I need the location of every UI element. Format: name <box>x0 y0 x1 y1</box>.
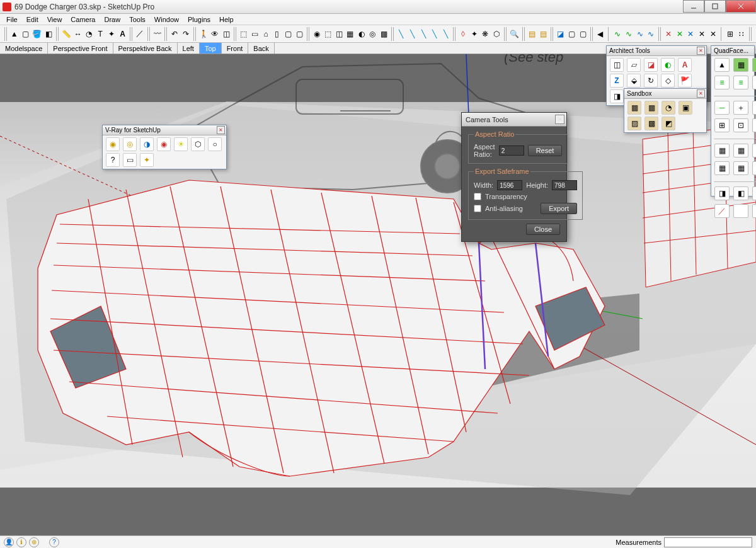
sandbox-drape-icon[interactable]: ▨ <box>627 117 641 130</box>
menu-camera[interactable]: Camera <box>67 14 99 25</box>
section-icon[interactable]: ◫ <box>221 28 231 40</box>
menu-view[interactable]: View <box>43 14 66 25</box>
shaded-icon[interactable]: ◉ <box>312 28 322 40</box>
misc-tool4-icon[interactable]: ⬡ <box>491 28 501 40</box>
sandbox-stamp-icon[interactable]: ▣ <box>679 101 692 115</box>
component1-icon[interactable]: ◪ <box>556 28 566 40</box>
undo-icon[interactable]: ↶ <box>169 28 180 40</box>
measurements-input[interactable] <box>664 537 752 547</box>
vray-materials-icon[interactable]: ◉ <box>157 137 171 151</box>
component2-icon[interactable]: ▢ <box>567 28 577 40</box>
scene-tab-back[interactable]: Back <box>248 43 274 54</box>
architect-tools-title[interactable]: Architect Tools <box>607 46 706 56</box>
vray-rt-icon[interactable]: ◎ <box>123 137 137 151</box>
walk-icon[interactable]: 🚶 <box>198 28 209 40</box>
edge-tool3-icon[interactable]: ╲ <box>418 28 428 40</box>
architect-close-button[interactable]: ✕ <box>697 47 705 55</box>
qf-ring-icon[interactable]: ≡ <box>714 76 730 89</box>
scene-tab-perspective-front[interactable]: Perspective Front <box>48 43 113 54</box>
aspect-ratio-input[interactable] <box>499 146 524 156</box>
iso-icon[interactable]: ⬚ <box>239 28 249 40</box>
window-minimize-button[interactable] <box>683 0 704 13</box>
qf-uv2-icon[interactable]: ▦ <box>733 144 748 157</box>
camera-tools-title[interactable]: Camera Tools <box>462 113 566 127</box>
arrow-left-icon[interactable]: ◀ <box>595 28 605 40</box>
text-icon[interactable]: T <box>95 28 105 40</box>
qf-remove-icon[interactable]: ＋ <box>733 101 748 115</box>
menu-window[interactable]: Window <box>151 14 183 25</box>
close-button[interactable]: Close <box>526 224 560 235</box>
right-view-icon[interactable]: ▯ <box>272 28 282 40</box>
protractor-icon[interactable]: ◔ <box>84 28 94 40</box>
snap-icon[interactable]: ∷ <box>736 28 747 40</box>
scene-tab-front[interactable]: Front <box>222 43 249 54</box>
qf-uv1-icon[interactable]: ▦ <box>714 144 730 157</box>
vray-toolbar[interactable]: V-Ray for SketchUp ✕ ◉ ◎ ◑ ◉ ☀ ⬡ ○ ? ▭ ✦ <box>102 125 227 169</box>
grid-icon[interactable]: ⊞ <box>725 28 735 40</box>
qf-connect-icon[interactable]: ⊞ <box>714 118 730 132</box>
vray-render-icon[interactable]: ◉ <box>106 137 120 151</box>
sandbox-panel[interactable]: Sandbox ✕ ▦ ▦ ◔ ▣ ▨ ▩ ◩ <box>624 88 707 133</box>
component3-icon[interactable]: ▢ <box>578 28 588 40</box>
architect-tool6-icon[interactable]: Z <box>610 74 624 88</box>
menu-edit[interactable]: Edit <box>23 14 42 25</box>
vray-light-icon[interactable]: ☀ <box>174 137 188 151</box>
height-input[interactable] <box>552 180 577 190</box>
menu-draw[interactable]: Draw <box>100 14 124 25</box>
shaded-textures-icon[interactable]: ▦ <box>345 28 355 40</box>
vray-options-icon[interactable]: ◑ <box>140 137 154 151</box>
sandbox-title[interactable]: Sandbox <box>624 89 706 99</box>
sandbox-contours-icon[interactable]: ▦ <box>627 101 641 115</box>
qf-uv3-icon[interactable]: ▦ <box>752 144 756 157</box>
vertex1-icon[interactable]: ✕ <box>663 28 673 40</box>
sandbox-detail-icon[interactable]: ▩ <box>644 117 658 130</box>
qf-tex1-icon[interactable]: ◨ <box>714 186 730 200</box>
mono-icon[interactable]: ◐ <box>357 28 367 40</box>
3dtext-icon[interactable]: A <box>118 28 128 40</box>
zoom-window-icon[interactable]: 🔍 <box>509 28 520 40</box>
qf-tex3-icon[interactable]: ▧ <box>752 186 756 200</box>
scene-tab-perspective-back[interactable]: Perspektive Back <box>113 43 178 54</box>
vray-close-button[interactable]: ✕ <box>217 126 225 134</box>
wireframe-icon[interactable]: ⬚ <box>323 28 333 40</box>
left-view-icon[interactable]: ▢ <box>294 28 304 40</box>
qf-line-icon[interactable]: ／ <box>714 204 730 218</box>
architect-tool4-icon[interactable]: ◐ <box>661 58 675 72</box>
width-input[interactable] <box>497 180 522 190</box>
quadface-title[interactable]: QuadFace... <box>711 46 754 56</box>
quadface-panel[interactable]: QuadFace... ▲▦▦ ≡≡≡ ─＋－ ⊞⊡◫ ▦▦▦ ▦▦▦ ◨◧▧ … <box>711 45 755 197</box>
transparency-checkbox[interactable] <box>474 193 481 200</box>
vray-frame-icon[interactable]: ▭ <box>123 153 137 167</box>
xray-icon[interactable]: ◎ <box>367 28 377 40</box>
menu-file[interactable]: File <box>3 14 21 25</box>
qf-tex2-icon[interactable]: ◧ <box>733 186 748 200</box>
axes-icon[interactable]: ✦ <box>106 28 117 40</box>
curve1-icon[interactable]: ∿ <box>612 28 622 40</box>
qf-unsmooth-icon[interactable]: ▦ <box>733 161 748 175</box>
front-view-icon[interactable]: ⌂ <box>261 28 271 40</box>
qf-blank2-icon[interactable] <box>752 204 756 218</box>
vertex2-icon[interactable]: ✕ <box>675 28 685 40</box>
export-button[interactable]: Export <box>541 203 577 214</box>
architect-tool5-icon[interactable]: A <box>678 58 692 72</box>
misc-tool2-icon[interactable]: ✦ <box>469 28 479 40</box>
component-icon[interactable]: ▢ <box>21 28 31 40</box>
vray-dome-icon[interactable]: ⬡ <box>191 137 205 151</box>
dimension-icon[interactable]: ↔ <box>73 28 83 40</box>
architect-tool9-icon[interactable]: ◇ <box>661 74 675 88</box>
curve4-icon[interactable]: ∿ <box>646 28 656 40</box>
layer-tool2-icon[interactable]: ▤ <box>538 28 548 40</box>
look-icon[interactable]: 👁 <box>210 28 220 40</box>
architect-tool2-icon[interactable]: ▱ <box>627 58 641 72</box>
architect-tool8-icon[interactable]: ↻ <box>644 74 658 88</box>
menu-help[interactable]: Help <box>215 14 238 25</box>
qf-offset-icon[interactable]: － <box>752 101 756 115</box>
edge-tool2-icon[interactable]: ╲ <box>407 28 417 40</box>
qf-smooth-icon[interactable]: ▦ <box>714 161 730 175</box>
qf-wire-icon[interactable]: ▦ <box>752 161 756 175</box>
scene-tab-top[interactable]: Top <box>200 43 222 54</box>
architect-tool11-icon[interactable]: ◨ <box>610 89 624 103</box>
curve3-icon[interactable]: ∿ <box>635 28 645 40</box>
vray-help-icon[interactable]: ? <box>106 153 120 167</box>
sandbox-close-button[interactable]: ✕ <box>697 89 705 98</box>
